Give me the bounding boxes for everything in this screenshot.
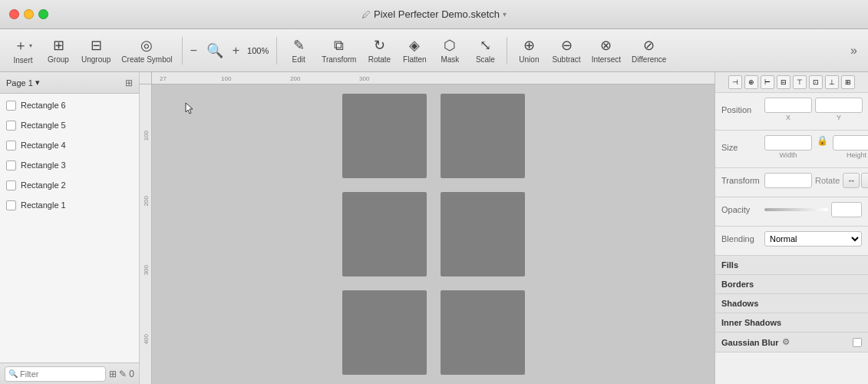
layer-checkbox[interactable]	[6, 161, 16, 170]
main-layout: Page 1 ▾ ⊞ Rectangle 6 Rectangle 5 Recta…	[0, 72, 868, 384]
distribute-horizontally-button[interactable]: ⊟	[777, 75, 790, 89]
xy-group: X Y	[764, 98, 863, 121]
shape-rect-4	[441, 192, 525, 276]
filter-input[interactable]	[20, 369, 102, 379]
toolbar-separator-1	[182, 37, 183, 65]
lock-icon[interactable]: 🔒	[815, 135, 830, 159]
gaussian-blur-checkbox[interactable]	[853, 338, 862, 347]
gaussian-blur-label: Gaussian Blur	[721, 338, 779, 347]
intersect-button[interactable]: ⊗ Intersect	[587, 32, 625, 69]
zoom-plus-button[interactable]: +	[229, 42, 243, 59]
opacity-input[interactable]	[831, 202, 862, 217]
align-bottom-edges-button[interactable]: ⊥	[825, 75, 839, 89]
flip-vertical-button[interactable]: ↕	[861, 173, 868, 188]
align-right-edges-button[interactable]: ⊢	[761, 75, 774, 89]
align-horizontal-center-button[interactable]: ⊕	[744, 75, 758, 89]
layer-checkbox[interactable]	[6, 121, 16, 131]
subtract-label: Subtract	[552, 55, 580, 64]
layer-list: Rectangle 6 Rectangle 5 Rectangle 4 Rect…	[0, 94, 139, 362]
layer-edit-icon[interactable]: ✎	[119, 369, 127, 379]
blending-select[interactable]: Normal Multiply Screen Overlay	[764, 231, 862, 247]
create-symbol-button[interactable]: ◎ Create Symbol	[117, 32, 177, 69]
layer-item[interactable]: Rectangle 6	[0, 95, 139, 115]
width-input[interactable]	[764, 135, 812, 151]
ruler-tick-27: 27	[160, 75, 167, 82]
inner-shadows-section-title[interactable]: Inner Shadows	[715, 313, 868, 333]
gaussian-blur-settings-icon[interactable]: ⚙	[782, 337, 790, 347]
sidebar-settings-icon[interactable]: ⊞	[125, 78, 133, 88]
opacity-slider[interactable]	[764, 208, 828, 211]
layer-name: Rectangle 5	[21, 121, 66, 130]
gaussian-blur-section-title[interactable]: Gaussian Blur ⚙	[715, 333, 868, 353]
ruler-left: 100 200 300 400	[140, 84, 152, 384]
filter-input-wrap: 🔍	[5, 366, 106, 382]
transform-label: Transform	[721, 176, 761, 185]
align-vertical-center-button[interactable]: ⊡	[809, 75, 823, 89]
ungroup-label: Ungroup	[81, 55, 111, 64]
layer-item[interactable]: Rectangle 1	[0, 195, 139, 215]
close-button[interactable]	[9, 9, 19, 19]
align-left-edges-button[interactable]: ⊣	[728, 75, 742, 89]
mask-button[interactable]: ⬡ Mask	[433, 32, 467, 69]
difference-button[interactable]: ⊘ Difference	[627, 32, 671, 69]
union-button[interactable]: ⊕ Union	[512, 32, 546, 69]
title-chevron-icon[interactable]: ▾	[503, 10, 507, 18]
borders-label: Borders	[721, 280, 754, 289]
borders-section-title[interactable]: Borders	[715, 275, 868, 294]
search-button[interactable]: 🔍	[202, 32, 228, 69]
group-label: Group	[48, 55, 69, 64]
transform-row: Transform Rotate ↔ ↕ Flip	[721, 173, 862, 188]
height-input[interactable]	[833, 135, 868, 151]
minimize-button[interactable]	[24, 9, 34, 19]
blending-label: Blending	[721, 234, 761, 243]
layer-checkbox[interactable]	[6, 101, 16, 111]
toolbar-more-button[interactable]: »	[846, 41, 862, 61]
union-label: Union	[519, 55, 539, 64]
sidebar-footer: 🔍 ⊞ ✎ 0	[0, 362, 139, 384]
zoom-value: 100%	[244, 46, 272, 55]
align-top-edges-button[interactable]: ⊤	[793, 75, 807, 89]
transform-button[interactable]: ⧉ Transform	[317, 32, 361, 69]
layer-item[interactable]: Rectangle 3	[0, 155, 139, 175]
subtract-button[interactable]: ⊖ Subtract	[547, 32, 585, 69]
layer-item[interactable]: Rectangle 5	[0, 115, 139, 135]
shadows-section-title[interactable]: Shadows	[715, 294, 868, 313]
rotate-button[interactable]: ↻ Rotate	[362, 32, 396, 69]
zoom-minus-button[interactable]: −	[187, 42, 200, 59]
layer-add-icon[interactable]: ⊞	[109, 369, 117, 379]
flatten-button[interactable]: ◈ Flatten	[398, 32, 431, 69]
difference-label: Difference	[632, 55, 666, 64]
layer-item[interactable]: Rectangle 2	[0, 175, 139, 195]
fullscreen-button[interactable]	[38, 9, 48, 19]
shape-rect-3	[342, 192, 427, 276]
cursor-arrow	[184, 101, 195, 115]
shapes-grid	[342, 94, 525, 375]
canvas-content[interactable]	[152, 84, 715, 384]
flip-horizontal-button[interactable]: ↔	[843, 173, 860, 188]
sidebar-header-icons: ⊞	[125, 78, 133, 88]
size-group: Width 🔒 Height	[764, 135, 868, 159]
y-input[interactable]	[815, 98, 863, 113]
insert-label: Insert	[13, 56, 32, 65]
insert-button[interactable]: ＋ ▾ Insert	[6, 32, 40, 69]
layer-item[interactable]: Rectangle 4	[0, 135, 139, 155]
y-label: Y	[837, 114, 841, 121]
fills-section-title[interactable]: Fills	[715, 256, 868, 275]
scale-button[interactable]: ⤡ Scale	[468, 32, 502, 69]
distribute-vertically-button[interactable]: ⊞	[841, 75, 855, 89]
gaussian-blur-row: Gaussian Blur ⚙	[721, 337, 790, 347]
edit-button[interactable]: ✎ Edit	[282, 32, 315, 69]
flatten-label: Flatten	[403, 55, 427, 64]
toolbar: ＋ ▾ Insert ⊞ Group ⊟ Ungroup ◎ Create Sy…	[0, 29, 868, 72]
layer-checkbox[interactable]	[6, 141, 16, 151]
subtract-icon: ⊖	[561, 37, 573, 54]
x-input[interactable]	[764, 98, 812, 113]
canvas-area[interactable]: 27 100 200 300 100 200 300 400	[140, 72, 715, 384]
ungroup-button[interactable]: ⊟ Ungroup	[77, 32, 115, 69]
page-selector[interactable]: Page 1 ▾	[6, 78, 40, 88]
layer-checkbox[interactable]	[6, 180, 16, 190]
mask-label: Mask	[441, 55, 459, 64]
layer-checkbox[interactable]	[6, 200, 16, 210]
group-button[interactable]: ⊞ Group	[41, 32, 75, 69]
rotate-input[interactable]	[764, 173, 812, 188]
